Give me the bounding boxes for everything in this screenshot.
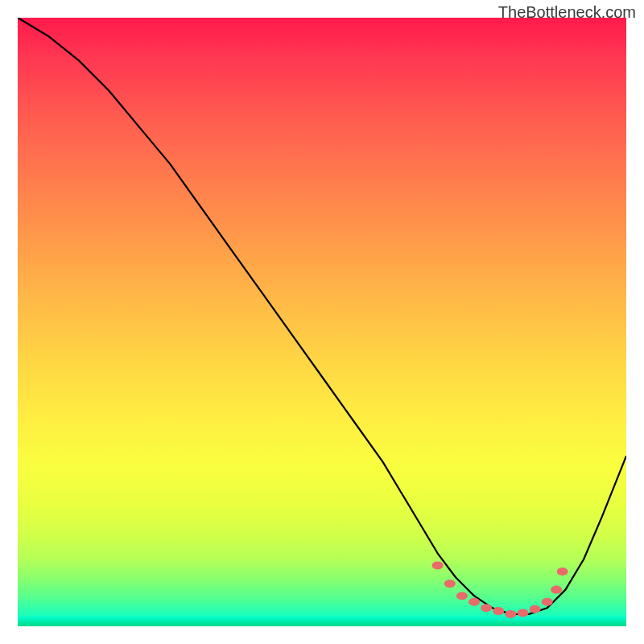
chart-overlay-svg (18, 18, 626, 626)
watermark-text: TheBottleneck.com (498, 3, 636, 22)
highlight-marker (493, 607, 504, 615)
highlight-marker (557, 568, 568, 576)
highlight-marker (505, 610, 516, 618)
bottleneck-curve (18, 18, 626, 614)
highlight-marker (469, 598, 480, 606)
highlight-marker (542, 598, 553, 606)
highlight-marker (518, 609, 529, 617)
chart-area (18, 18, 626, 626)
highlight-marker (444, 580, 456, 588)
highlight-marker (432, 561, 444, 569)
highlight-marker (530, 605, 541, 613)
highlight-markers-group (432, 561, 568, 618)
highlight-marker (481, 604, 492, 612)
highlight-marker (456, 592, 468, 600)
highlight-marker (551, 586, 562, 594)
